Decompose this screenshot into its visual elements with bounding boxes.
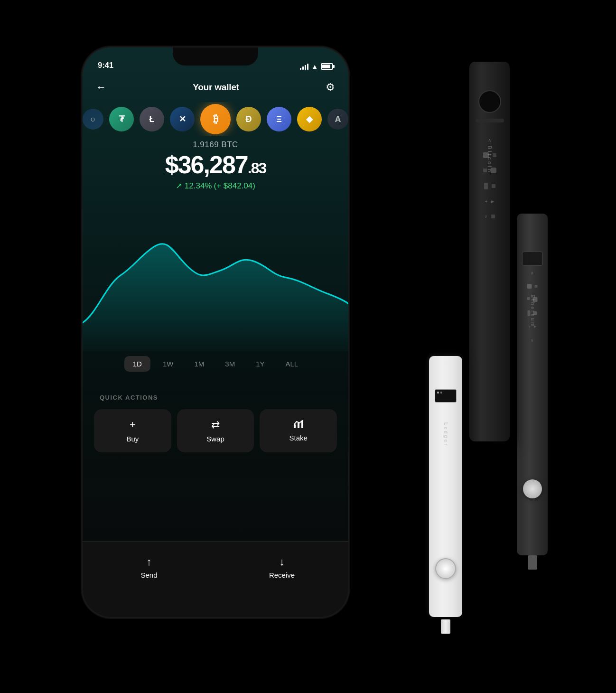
ledger-nano-s-white-label: Ledger <box>443 422 448 447</box>
ledger-app-icon-2 <box>493 153 496 157</box>
battery-icon <box>321 63 333 70</box>
phone-notch <box>173 47 258 66</box>
coin-doge[interactable]: Ð <box>236 107 261 131</box>
time-btn-3m[interactable]: 3M <box>216 356 243 372</box>
change-usd: (+ $842.04) <box>214 181 255 191</box>
quick-actions-panel: + Buy ⇄ Swap Sta <box>94 409 337 452</box>
signal-bar-3 <box>305 65 306 70</box>
stake-button[interactable]: Stake <box>260 409 337 452</box>
receive-button[interactable]: ↓ Receive <box>215 551 348 579</box>
ledger-nav-up: ∧ <box>488 138 491 143</box>
ledger-nano-s-white-device: Ledger <box>429 356 462 617</box>
white-pixel-2 <box>440 392 442 393</box>
buy-icon: + <box>130 419 136 431</box>
receive-icon: ↓ <box>280 556 285 568</box>
back-button[interactable]: ← <box>96 81 106 94</box>
ledger-nano-x-label: Bitcoin <box>487 146 493 173</box>
settings-button[interactable]: ⚙ <box>326 81 335 94</box>
time-btn-1m[interactable]: 1M <box>186 356 213 372</box>
ledger-nano-s-screen <box>522 252 543 266</box>
ledger-app-icon-5 <box>484 183 488 189</box>
ledger-s-nav-down: ∨ <box>531 338 534 343</box>
coin-bnb[interactable]: ◆ <box>297 107 322 131</box>
chart-area-fill <box>83 244 348 351</box>
wallet-header: ← Your wallet ⚙ <box>83 74 348 101</box>
send-button[interactable]: ↑ Send <box>83 551 215 579</box>
signal-bar-4 <box>307 64 308 70</box>
price-chart[interactable] <box>83 209 348 351</box>
battery-fill <box>322 65 330 68</box>
ledger-nano-s-white-screen <box>435 389 457 403</box>
ledger-nav-down: ∨ <box>484 214 487 219</box>
ledger-icon-row-6: ∨ <box>484 214 495 219</box>
receive-label: Receive <box>269 571 295 579</box>
stake-label: Stake <box>289 434 308 442</box>
ledger-s-nav-up: ∧ <box>531 271 534 275</box>
ledger-icon-row-5: + ▶ <box>485 199 495 204</box>
swap-label: Swap <box>206 435 224 443</box>
send-icon: ↑ <box>147 556 152 568</box>
coin-xrp[interactable]: ✕ <box>170 107 195 131</box>
phone-screen: 9:41 ▲ ← Your wallet <box>83 47 348 617</box>
ledger-nano-x-button <box>476 119 504 122</box>
svg-rect-0 <box>294 424 296 428</box>
coin-ltc[interactable]: Ł <box>140 107 164 131</box>
buy-button[interactable]: + Buy <box>94 409 171 452</box>
coin-carousel: ○ ₮ Ł ✕ ₿ Ð Ξ ◆ A <box>83 102 348 136</box>
usd-main: $36,287 <box>165 151 248 178</box>
ledger-s-row-6: ∨ <box>531 338 534 343</box>
ledger-app-icon-3 <box>483 169 487 172</box>
white-screen-content <box>435 390 456 395</box>
quick-actions-label: QUICK ACTIONS <box>100 394 158 401</box>
time-btn-1y[interactable]: 1Y <box>247 356 273 372</box>
stake-icon <box>293 419 304 430</box>
usd-balance: $36,287.83 <box>83 152 348 177</box>
page-title: Your wallet <box>106 82 326 93</box>
ledger-nano-s-label: Ethereum <box>530 294 535 328</box>
time-period-selector: 1D 1W 1M 3M 1Y ALL <box>83 356 348 372</box>
crypto-balance: 1.9169 BTC <box>83 140 348 150</box>
coin-btc-active[interactable]: ₿ <box>200 104 231 134</box>
ledger-arrow-icon: ▶ <box>491 199 494 204</box>
wifi-icon: ▲ <box>311 63 318 70</box>
coin-eth[interactable]: Ξ <box>267 107 291 131</box>
white-screen-row-1 <box>437 392 454 393</box>
buy-label: Buy <box>126 435 139 443</box>
time-btn-all[interactable]: ALL <box>277 356 307 372</box>
swap-button[interactable]: ⇄ Swap <box>177 409 254 452</box>
status-icons: ▲ <box>300 63 333 70</box>
ledger-nano-x-device: ∧ + ▶ ∨ Bitcoin <box>469 62 510 441</box>
coin-partial-left[interactable]: ○ <box>83 109 103 130</box>
ledger-nano-s-device: ∧ + ▶ ∨ Ethereum <box>517 214 548 555</box>
chart-svg <box>83 209 348 351</box>
ledger-app-icon-7 <box>491 215 495 218</box>
ledger-icon-row-4 <box>484 183 495 189</box>
price-change: ↗ 12.34% (+ $842.04) <box>83 181 348 191</box>
ledger-nano-s-white-button <box>435 558 456 579</box>
signal-bar-2 <box>302 66 304 70</box>
coin-usdt[interactable]: ₮ <box>109 107 134 131</box>
balance-section: 1.9169 BTC $36,287.83 ↗ 12.34% (+ $842.0… <box>83 140 348 191</box>
white-pixel-1 <box>437 392 439 393</box>
ledger-s-icon-1 <box>527 284 532 289</box>
time-btn-1d[interactable]: 1D <box>124 356 150 372</box>
ledger-s-row-2 <box>527 284 538 289</box>
change-percent: ↗ 12.34% <box>176 181 212 191</box>
phone-device: 9:41 ▲ ← Your wallet <box>83 47 348 617</box>
coin-partial-right[interactable]: A <box>327 109 348 130</box>
signal-icon <box>300 63 308 70</box>
time-btn-1w[interactable]: 1W <box>154 356 182 372</box>
ledger-s-row-1: ∧ <box>531 271 534 275</box>
ledger-nano-s-button <box>523 479 542 498</box>
signal-bar-1 <box>300 68 301 70</box>
ledger-nano-x-screen <box>478 90 501 113</box>
send-label: Send <box>140 571 157 579</box>
swap-icon: ⇄ <box>211 419 220 431</box>
ledger-app-icon-6 <box>492 184 495 188</box>
ledger-nano-s-usb <box>528 555 537 570</box>
ledger-plus-icon: + <box>485 199 488 204</box>
status-time: 9:41 <box>98 61 113 70</box>
ledger-nano-s-white-usb <box>441 619 450 634</box>
scene: 9:41 ▲ ← Your wallet <box>59 24 557 669</box>
usd-cents: .83 <box>248 159 266 177</box>
